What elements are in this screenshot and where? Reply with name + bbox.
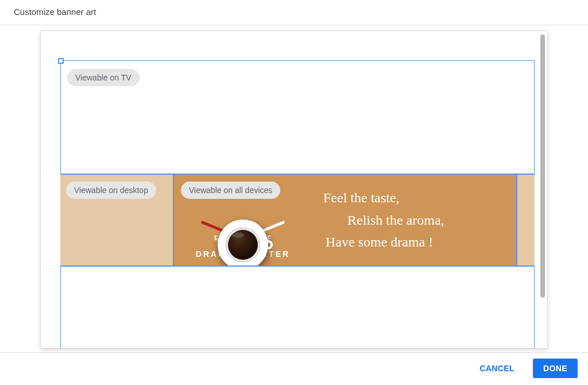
preview-stage-wrap: Viewable on TV Viewable on desktop Viewa… (0, 25, 588, 352)
coffee-cup-icon (218, 220, 268, 265)
cancel-button[interactable]: CANCEL (469, 359, 525, 378)
scrollbar[interactable] (540, 34, 545, 298)
coffee-liquid-icon (226, 228, 260, 262)
gauge-graphic: E F (197, 211, 289, 246)
desktop-zone-left: Viewable on desktop (60, 175, 173, 265)
banner-tagline: Feel the taste, Relish the aroma, Have s… (312, 175, 516, 265)
tagline-line2: Relish the aroma, (323, 212, 516, 229)
tagline-line1: Feel the taste, (323, 190, 516, 206)
tagline-line3: Have some drama ! (323, 234, 516, 251)
dialog-title: Customize banner art (0, 0, 588, 25)
zone-label-desktop: Viewable on desktop (66, 182, 156, 199)
done-button[interactable]: DONE (533, 359, 578, 378)
crop-frame-edge[interactable] (60, 60, 535, 61)
crop-handle-top-left[interactable] (58, 58, 64, 64)
all-devices-safe-zone: Viewable on all devices E F DRAMA- (173, 175, 517, 265)
cup-handle-icon (261, 240, 273, 249)
desktop-zone-right (517, 175, 535, 265)
dialog-footer: CANCEL DONE (0, 352, 588, 385)
preview-stage[interactable]: Viewable on TV Viewable on desktop Viewa… (41, 31, 547, 348)
desktop-viewable-zone: Viewable on desktop Viewable on all devi… (60, 174, 535, 267)
zone-label-tv: Viewable on TV (67, 69, 140, 86)
zone-label-all-devices: Viewable on all devices (181, 182, 280, 199)
